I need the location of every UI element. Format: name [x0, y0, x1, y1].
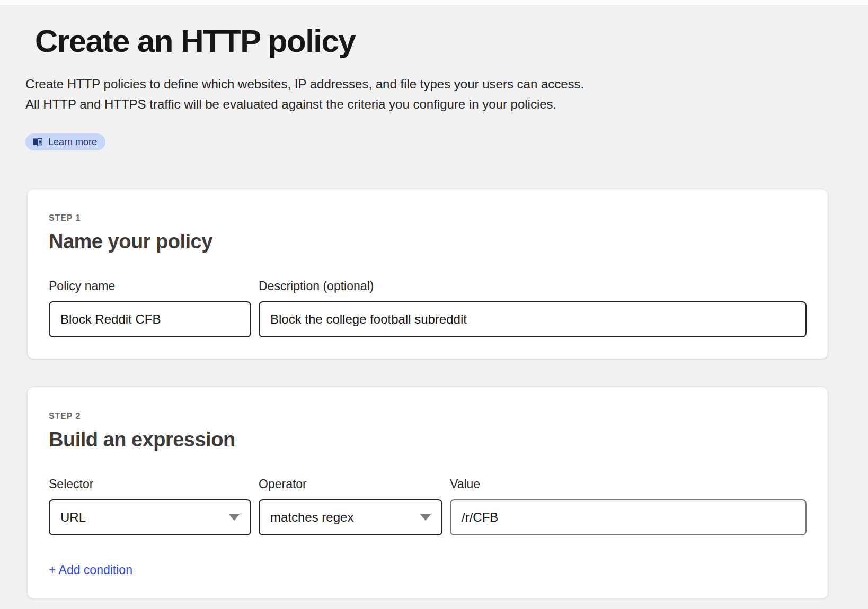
operator-field: Operator matches regex [259, 477, 442, 535]
selector-dropdown[interactable]: URL [49, 499, 251, 535]
value-input[interactable] [450, 499, 807, 535]
policy-name-input[interactable] [49, 301, 251, 337]
operator-label: Operator [259, 477, 442, 491]
step2-heading: Build an expression [49, 428, 807, 451]
learn-more-label: Learn more [48, 137, 97, 148]
policy-name-field: Policy name [49, 279, 251, 337]
description-label: Description (optional) [259, 279, 807, 293]
page-description-line1: Create HTTP policies to define which web… [25, 74, 835, 94]
value-field: Value [450, 477, 807, 535]
selector-field: Selector URL [49, 477, 251, 535]
step1-card: STEP 1 Name your policy Policy name Desc… [27, 189, 828, 359]
chevron-down-icon [420, 514, 431, 521]
policy-name-label: Policy name [49, 279, 251, 293]
selector-value: URL [60, 510, 86, 525]
learn-more-button[interactable]: Learn more [25, 133, 105, 150]
operator-dropdown[interactable]: matches regex [259, 499, 442, 535]
operator-value: matches regex [270, 510, 353, 525]
step1-label: STEP 1 [49, 213, 807, 223]
step2-label: STEP 2 [49, 411, 807, 421]
create-http-policy-page: Create an HTTP policy Create HTTP polici… [0, 23, 868, 599]
step2-card: STEP 2 Build an expression Selector URL … [27, 387, 828, 599]
step2-form-row: Selector URL Operator matches regex Valu… [49, 477, 807, 535]
description-input[interactable] [259, 301, 807, 337]
selector-label: Selector [49, 477, 251, 491]
add-condition-link[interactable]: + Add condition [49, 563, 132, 577]
book-icon [32, 137, 43, 147]
top-strip [0, 0, 868, 5]
chevron-down-icon [229, 514, 240, 521]
description-field: Description (optional) [259, 279, 807, 337]
step1-heading: Name your policy [49, 230, 807, 253]
step1-form-row: Policy name Description (optional) [49, 279, 807, 337]
value-label: Value [450, 477, 807, 491]
page-description: Create HTTP policies to define which web… [25, 74, 835, 114]
page-title: Create an HTTP policy [35, 23, 835, 59]
page-description-line2: All HTTP and HTTPS traffic will be evalu… [25, 94, 835, 114]
